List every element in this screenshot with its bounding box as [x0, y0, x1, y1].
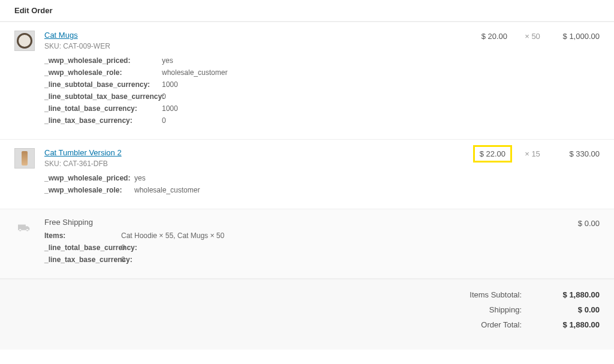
item-qty: 50 [531, 32, 540, 41]
item-price-highlighted: $ 22.00 [473, 145, 512, 163]
meta-key: _line_subtotal_base_currency: [44, 80, 162, 89]
qty-prefix: × [525, 149, 529, 158]
subtotal-value: $ 1,880.00 [546, 290, 600, 299]
meta-key: _line_total_base_currency: [44, 104, 162, 113]
meta-val: 0 [121, 255, 125, 264]
product-thumbnail[interactable] [14, 148, 35, 169]
shipping-total: $ 0.00 [558, 219, 600, 228]
meta-key: _line_subtotal_tax_base_currency: [44, 92, 162, 101]
subtotal-label: Items Subtotal: [456, 290, 522, 299]
order-total-value: $ 1,880.00 [546, 320, 600, 329]
page-title: Edit Order [0, 0, 614, 22]
meta-key: _line_total_base_currency: [44, 243, 121, 252]
item-total: $ 1,000.00 [558, 32, 600, 41]
meta-key: _wwp_wholesale_priced: [44, 174, 134, 182]
sku-value: CAT-009-WER [63, 42, 110, 50]
sku-label: SKU: [44, 160, 61, 168]
shipping-value: $ 0.00 [546, 305, 600, 314]
item-qty: 15 [531, 149, 540, 158]
meta-val: wholesale_customer [134, 186, 200, 194]
order-item-row: Cat Mugs SKU: CAT-009-WER _wwp_wholesale… [0, 22, 614, 140]
shipping-title: Free Shipping [44, 218, 558, 227]
meta-key: _line_tax_base_currency: [44, 116, 162, 125]
sku-label: SKU: [44, 42, 61, 50]
meta-val: 1000 [162, 80, 178, 89]
item-total: $ 330.00 [558, 149, 600, 158]
meta-val: 0 [162, 92, 166, 101]
meta-key: _line_tax_base_currency: [44, 255, 121, 264]
order-item-row: Cat Tumbler Version 2 SKU: CAT-361-DFB _… [0, 140, 614, 209]
shipping-label: Shipping: [456, 305, 522, 314]
meta-key: _wwp_wholesale_priced: [44, 56, 162, 65]
meta-val: yes [134, 174, 146, 182]
meta-val: 0 [162, 116, 166, 125]
meta-val: 0 [121, 243, 125, 252]
product-link[interactable]: Cat Tumbler Version 2 [44, 148, 122, 157]
order-totals: Items Subtotal: $ 1,880.00 Shipping: $ 0… [0, 279, 614, 350]
qty-prefix: × [525, 32, 529, 41]
meta-key: _wwp_wholesale_role: [44, 68, 162, 77]
meta-val: yes [162, 56, 173, 65]
product-thumbnail[interactable] [14, 31, 35, 51]
sku-value: CAT-361-DFB [63, 160, 107, 168]
shipping-items-label: Items: [44, 231, 121, 240]
product-link[interactable]: Cat Mugs [44, 31, 78, 40]
meta-val: 1000 [162, 104, 178, 113]
truck-icon [14, 218, 35, 238]
item-price: $ 20.00 [474, 32, 507, 41]
meta-key: _wwp_wholesale_role: [44, 186, 134, 194]
shipping-row: Free Shipping Items: Cat Hoodie × 55, Ca… [0, 209, 614, 279]
shipping-items-text: Cat Hoodie × 55, Cat Mugs × 50 [121, 231, 224, 240]
meta-val: wholesale_customer [162, 68, 227, 77]
order-total-label: Order Total: [456, 320, 522, 329]
